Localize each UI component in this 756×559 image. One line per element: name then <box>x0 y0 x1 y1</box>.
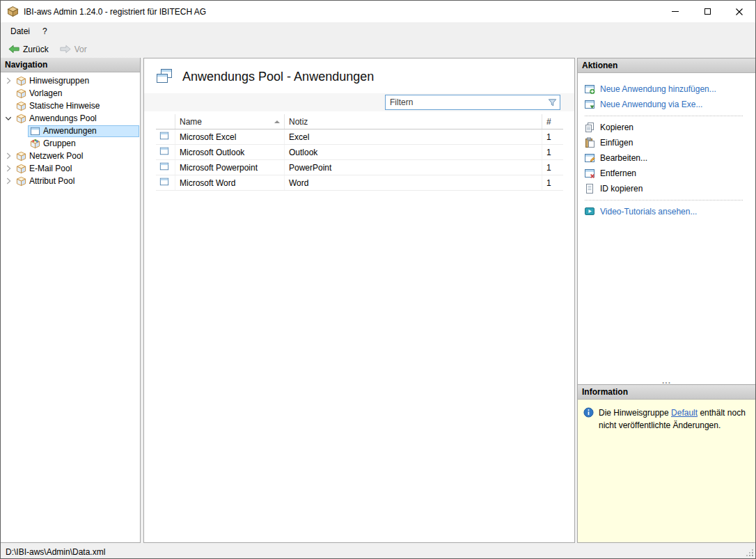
column-header-notiz[interactable]: Notiz <box>285 114 542 129</box>
chevron-spacer <box>17 125 28 136</box>
minimize-icon <box>672 11 679 12</box>
sidebar-item-label: Netzwerk Pool <box>29 151 86 161</box>
sidebar-item-hinweisgruppen[interactable]: Hinweisgruppen <box>1 74 140 87</box>
information-header: Information <box>578 385 755 400</box>
action-label: Bearbeiten... <box>600 153 647 163</box>
action-neue-anwendung-hinzufuegen[interactable]: Neue Anwendung hinzufügen... <box>584 81 750 97</box>
filter-box <box>385 95 560 110</box>
chevron-right-icon[interactable] <box>3 150 14 162</box>
page-title: Anwendungs Pool - Anwendungen <box>182 70 374 84</box>
sidebar-item-anwendungs-pool[interactable]: Anwendungs Pool <box>1 112 140 125</box>
window-exe-icon <box>584 99 595 110</box>
box-icon <box>16 176 26 187</box>
cell-count: 1 <box>542 160 563 175</box>
action-neue-anwendung-via-exe[interactable]: Neue Anwendung via Exe... <box>584 97 750 112</box>
table-row[interactable]: Microsoft Word Word 1 <box>156 175 563 191</box>
remove-icon <box>584 168 595 179</box>
actions-resize-grip[interactable]: ... <box>578 377 755 384</box>
navigation-panel: Navigation Hinweisgruppen Vorlagen <box>1 58 141 543</box>
action-label: Video-Tutorials ansehen... <box>600 207 697 216</box>
action-label: Entfernen <box>600 168 636 178</box>
action-video-tutorials[interactable]: Video-Tutorials ansehen... <box>584 204 750 219</box>
sidebar-item-label: Hinweisgruppen <box>29 76 92 86</box>
forward-button[interactable]: Vor <box>56 43 91 56</box>
forward-arrow-icon <box>60 45 71 54</box>
windows-stack-icon <box>155 68 173 86</box>
action-einfuegen[interactable]: Einfügen <box>584 135 750 150</box>
table-row[interactable]: Microsoft Powerpoint PowerPoint 1 <box>156 160 563 175</box>
id-copy-icon <box>584 183 595 194</box>
window-icon <box>30 126 40 136</box>
cell-name: Microsoft Word <box>175 175 285 190</box>
window-controls <box>659 1 755 22</box>
information-panel: Information Die Hinweisgruppe Default en… <box>577 385 755 543</box>
table-row[interactable]: Microsoft Outlook Outlook 1 <box>156 145 563 160</box>
maximize-button[interactable] <box>691 1 723 22</box>
chevron-right-icon[interactable] <box>3 175 14 187</box>
window-resize-grip[interactable] <box>746 549 754 557</box>
cell-count: 1 <box>542 175 563 190</box>
sidebar-item-email-pool[interactable]: E-Mail Pool <box>1 162 140 175</box>
navigation-header: Navigation <box>1 58 140 72</box>
sidebar-item-netzwerk-pool[interactable]: Netzwerk Pool <box>1 150 140 162</box>
title-bar[interactable]: IBI-aws Admin 1.24.0 - registriert für I… <box>1 1 755 22</box>
main-panel: Anwendungs Pool - Anwendungen Name Notiz <box>143 58 575 543</box>
chevron-right-icon[interactable] <box>3 163 14 174</box>
action-entfernen[interactable]: Entfernen <box>584 166 750 181</box>
actions-list: Neue Anwendung hinzufügen... Neue Anwend… <box>578 73 755 219</box>
sidebar-item-gruppen[interactable]: Gruppen <box>1 137 140 150</box>
data-file-path: D:\IBI-aws\Admin\Data.xml <box>6 547 105 557</box>
table-header: Name Notiz # <box>156 114 563 129</box>
window-icon <box>159 146 169 158</box>
column-label: Notiz <box>289 117 308 127</box>
box-icon <box>16 76 26 86</box>
action-label: Kopieren <box>600 123 633 132</box>
action-id-kopieren[interactable]: ID kopieren <box>584 181 750 196</box>
sidebar-item-anwendungen[interactable]: Anwendungen <box>1 125 140 137</box>
box-icon <box>16 88 26 99</box>
app-cube-icon <box>7 6 19 17</box>
menu-help[interactable]: ? <box>36 24 54 38</box>
box-icon <box>16 164 26 174</box>
action-kopieren[interactable]: Kopieren <box>584 120 750 135</box>
navigation-tree: Hinweisgruppen Vorlagen Statische Hinwei… <box>1 72 140 187</box>
separator <box>585 116 743 116</box>
table-row[interactable]: Microsoft Excel Excel 1 <box>156 129 563 145</box>
info-icon <box>583 407 594 418</box>
back-arrow-icon <box>8 45 19 54</box>
cell-notiz: Excel <box>285 129 542 144</box>
box-icon <box>16 101 26 111</box>
close-button[interactable] <box>723 1 755 22</box>
copy-icon <box>584 122 595 133</box>
edit-icon <box>584 152 595 164</box>
cell-notiz: PowerPoint <box>285 160 542 175</box>
sidebar-item-label: Vorlagen <box>29 88 65 98</box>
sidebar-item-attribut-pool[interactable]: Attribut Pool <box>1 175 140 187</box>
funnel-icon[interactable] <box>546 97 558 108</box>
menu-bar: Datei ? <box>1 22 755 40</box>
sidebar-item-vorlagen[interactable]: Vorlagen <box>1 87 140 100</box>
cell-count: 1 <box>542 145 563 159</box>
column-header-name[interactable]: Name <box>175 114 285 129</box>
sidebar-item-label: Anwendungs Pool <box>29 113 100 123</box>
filter-band <box>144 93 574 111</box>
main-header: Anwendungs Pool - Anwendungen <box>144 58 574 93</box>
chevron-right-icon[interactable] <box>3 75 14 86</box>
window-icon <box>159 131 169 143</box>
action-bearbeiten[interactable]: Bearbeiten... <box>584 150 750 166</box>
sort-ascending-icon <box>274 120 280 123</box>
action-label: Neue Anwendung hinzufügen... <box>600 84 716 94</box>
chevron-down-icon[interactable] <box>3 113 14 124</box>
menu-datei[interactable]: Datei <box>4 24 36 38</box>
back-button[interactable]: Zurück <box>4 43 53 56</box>
default-group-link[interactable]: Default <box>671 408 698 418</box>
filter-input[interactable] <box>386 97 546 107</box>
right-column: Aktionen Neue Anwendung hinzufügen... Ne… <box>577 58 755 543</box>
sidebar-item-statische-hinweise[interactable]: Statische Hinweise <box>1 100 140 112</box>
minimize-button[interactable] <box>659 1 691 22</box>
maximize-icon <box>704 8 711 15</box>
column-header-count[interactable]: # <box>542 114 563 129</box>
column-label: Name <box>180 117 202 127</box>
cell-count: 1 <box>542 129 563 144</box>
close-icon <box>736 8 743 15</box>
